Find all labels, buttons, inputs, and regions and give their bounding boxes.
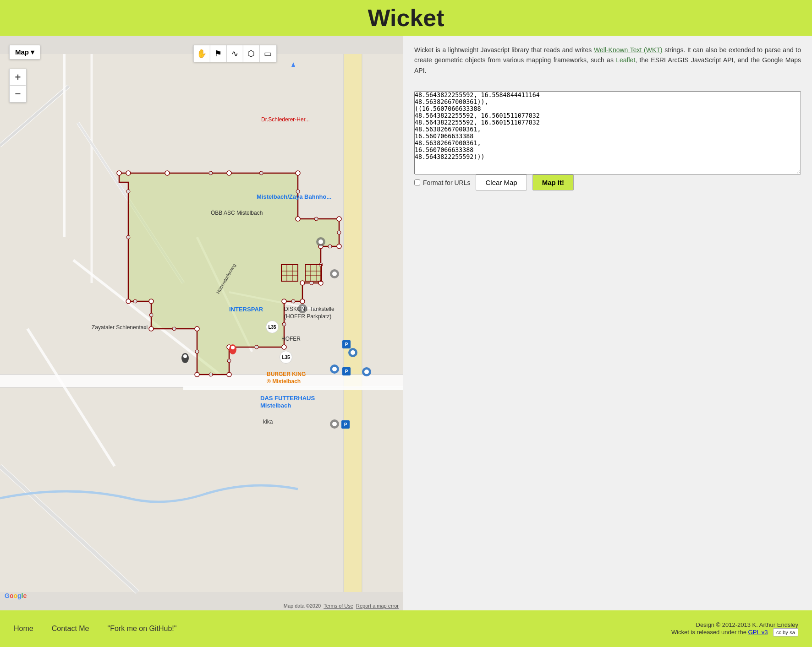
google-logo: Google bbox=[5, 592, 27, 599]
map-data-text: Map data ©2020 bbox=[284, 603, 321, 609]
page-title: Wicket bbox=[368, 4, 444, 32]
license-text: Wicket is released under the bbox=[671, 629, 746, 636]
main-content: P P P Map + − ✋ ⚑ ∿ ⬡ ▭ bbox=[0, 36, 812, 610]
svg-point-21 bbox=[117, 171, 121, 175]
copyright-text: Design © 2012-2013 K. Arthur Endsley bbox=[696, 621, 799, 628]
svg-point-79 bbox=[300, 306, 305, 311]
svg-point-51 bbox=[282, 322, 286, 326]
format-urls-checkbox[interactable] bbox=[414, 179, 420, 185]
format-urls-label[interactable]: Format for URLs bbox=[414, 179, 470, 186]
controls-row: Format for URLs Clear Map Map It! bbox=[414, 174, 801, 190]
svg-point-41 bbox=[126, 171, 131, 175]
zoom-controls: + − bbox=[9, 69, 27, 103]
rectangle-tool[interactable]: ▭ bbox=[260, 45, 276, 62]
svg-point-35 bbox=[227, 372, 231, 377]
svg-point-30 bbox=[300, 281, 305, 285]
svg-text:P: P bbox=[345, 342, 348, 347]
github-link[interactable]: "Fork me on GitHub!" bbox=[108, 625, 177, 633]
svg-rect-3 bbox=[344, 54, 362, 592]
svg-point-24 bbox=[296, 171, 300, 175]
header: Wicket bbox=[0, 0, 812, 36]
svg-point-44 bbox=[296, 190, 300, 193]
cc-badge: cc by-sa bbox=[773, 628, 798, 636]
map-container: P P P Map + − ✋ ⚑ ∿ ⬡ ▭ bbox=[0, 36, 403, 610]
format-urls-text: Format for URLs bbox=[423, 179, 470, 186]
svg-point-46 bbox=[337, 231, 341, 234]
footer-right: Design © 2012-2013 K. Arthur Endsley Wic… bbox=[671, 621, 798, 636]
svg-point-22 bbox=[165, 171, 170, 175]
wkt-link[interactable]: Well-Known Text (WKT) bbox=[594, 46, 663, 54]
svg-point-54 bbox=[209, 373, 213, 376]
svg-point-81 bbox=[351, 350, 355, 355]
svg-rect-62 bbox=[282, 266, 297, 280]
svg-point-75 bbox=[318, 239, 323, 244]
svg-point-97 bbox=[183, 354, 187, 358]
svg-text:P: P bbox=[344, 422, 347, 427]
polyline-tool[interactable]: ∿ bbox=[227, 45, 243, 62]
svg-point-59 bbox=[126, 235, 130, 239]
svg-point-37 bbox=[195, 326, 199, 331]
svg-point-77 bbox=[332, 272, 337, 276]
svg-point-56 bbox=[172, 327, 176, 331]
leaflet-link[interactable]: Leaflet bbox=[616, 56, 635, 64]
svg-point-47 bbox=[328, 245, 332, 248]
svg-point-42 bbox=[209, 171, 213, 175]
svg-point-49 bbox=[310, 281, 313, 285]
zoom-in-button[interactable]: + bbox=[10, 69, 26, 86]
contact-link[interactable]: Contact Me bbox=[52, 625, 89, 633]
svg-point-53 bbox=[227, 359, 231, 363]
marker-tool[interactable]: ⚑ bbox=[210, 45, 227, 62]
svg-point-60 bbox=[126, 190, 130, 193]
draw-toolbar: ✋ ⚑ ∿ ⬡ ▭ bbox=[193, 45, 277, 62]
footer: Home Contact Me "Fork me on GitHub!" Des… bbox=[0, 610, 812, 647]
road-badge-l35: L35 bbox=[266, 321, 279, 333]
svg-point-27 bbox=[337, 244, 341, 249]
svg-point-85 bbox=[364, 370, 369, 374]
pan-tool[interactable]: ✋ bbox=[194, 45, 210, 62]
clear-map-button[interactable]: Clear Map bbox=[476, 174, 527, 190]
wkt-textarea[interactable] bbox=[414, 91, 801, 174]
svg-point-50 bbox=[291, 299, 295, 303]
description-text: Wicket is a lightweight Javascript libra… bbox=[414, 45, 801, 76]
svg-point-45 bbox=[314, 217, 318, 221]
road-badge-l35-2: L35 bbox=[280, 351, 292, 364]
svg-point-25 bbox=[296, 217, 300, 221]
report-link[interactable]: Report a map error bbox=[356, 603, 399, 609]
svg-rect-68 bbox=[306, 266, 321, 280]
svg-point-87 bbox=[231, 346, 235, 349]
svg-point-31 bbox=[300, 299, 305, 304]
zoom-out-button[interactable]: − bbox=[10, 86, 26, 102]
svg-point-36 bbox=[195, 372, 199, 377]
svg-point-95 bbox=[332, 422, 337, 426]
map-it-button[interactable]: Map It! bbox=[532, 174, 574, 190]
footer-left: Home Contact Me "Fork me on GitHub!" bbox=[14, 625, 176, 633]
svg-point-57 bbox=[149, 313, 153, 317]
svg-point-39 bbox=[149, 299, 154, 304]
svg-point-33 bbox=[282, 345, 286, 349]
map-attribution: Map data ©2020 Terms of Use Report a map… bbox=[284, 603, 399, 609]
right-panel: Wicket is a lightweight Javascript libra… bbox=[403, 36, 812, 610]
map-type-button[interactable]: Map bbox=[9, 45, 40, 60]
svg-point-26 bbox=[337, 217, 341, 221]
terms-link[interactable]: Terms of Use bbox=[324, 603, 353, 609]
svg-point-55 bbox=[195, 350, 199, 353]
polygon-tool[interactable]: ⬡ bbox=[243, 45, 260, 62]
svg-point-43 bbox=[259, 171, 263, 175]
svg-point-23 bbox=[227, 171, 231, 175]
svg-point-40 bbox=[126, 299, 131, 304]
gpl-link[interactable]: GPL v3 bbox=[748, 629, 768, 636]
svg-point-52 bbox=[255, 345, 258, 349]
svg-text:P: P bbox=[345, 369, 348, 374]
map-background: P P P bbox=[0, 36, 403, 610]
svg-point-58 bbox=[133, 299, 137, 303]
svg-point-32 bbox=[282, 299, 286, 304]
description-part1: Wicket is a lightweight Javascript libra… bbox=[414, 46, 594, 54]
svg-point-38 bbox=[149, 326, 154, 331]
svg-point-83 bbox=[332, 367, 337, 371]
home-link[interactable]: Home bbox=[14, 625, 33, 633]
